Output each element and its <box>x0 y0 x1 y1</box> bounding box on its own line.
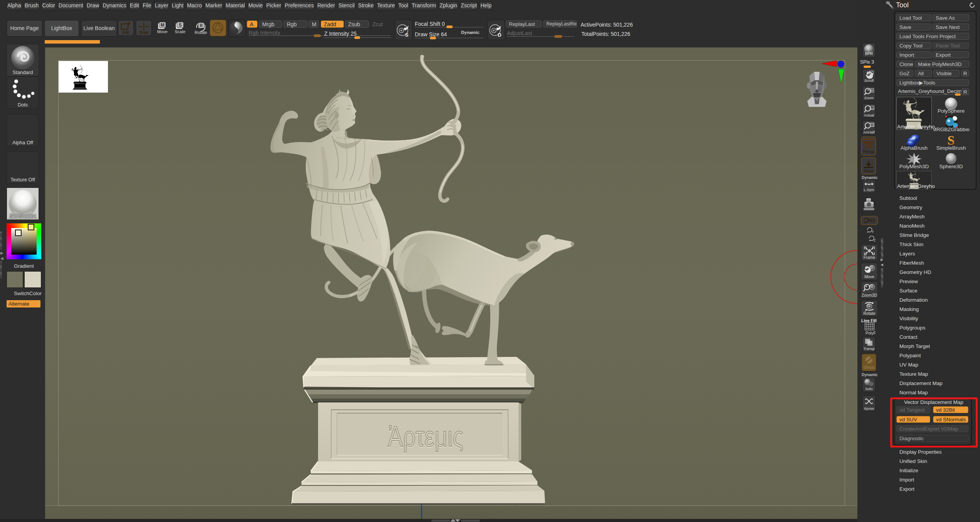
svg-text:Scroll: Scroll <box>864 78 874 83</box>
svg-text:Transp: Transp <box>863 346 874 351</box>
svg-text:Frame: Frame <box>864 255 875 260</box>
svg-text:Move: Move <box>864 274 874 279</box>
svg-text:Floor: Floor <box>864 169 873 173</box>
svg-text:Edit: Edit <box>122 30 129 35</box>
svg-text:Scale: Scale <box>175 29 185 34</box>
svg-text:Rotate: Rotate <box>864 311 876 316</box>
svg-text:MRGBZGrabber: MRGBZGrabber <box>933 127 969 132</box>
svg-text:Rotate: Rotate <box>195 30 207 35</box>
svg-text:M: M <box>161 22 165 28</box>
svg-text:L.Sym: L.Sym <box>864 188 874 192</box>
svg-text:Zoom3D: Zoom3D <box>862 293 877 297</box>
svg-text:PolyMesh3D: PolyMesh3D <box>899 164 929 169</box>
svg-text:Draw: Draw <box>139 30 148 35</box>
svg-text:Zoom: Zoom <box>864 96 874 100</box>
svg-text:Ghost: Ghost <box>864 365 874 370</box>
svg-text:Solo: Solo <box>865 387 872 391</box>
svg-text:Actual: Actual <box>864 113 874 117</box>
svg-text:x1: x1 <box>871 107 874 110</box>
svg-text:Sphere3D: Sphere3D <box>940 164 963 169</box>
svg-text:Z: Z <box>874 238 876 242</box>
svg-text:SimpleBrush: SimpleBrush <box>936 145 966 151</box>
svg-text:Move: Move <box>157 29 168 34</box>
svg-text:S: S <box>405 32 409 38</box>
svg-text:D: D <box>498 32 501 38</box>
svg-text:Persp: Persp <box>863 149 874 154</box>
svg-text:R: R <box>200 23 203 28</box>
svg-text:BPR: BPR <box>865 52 873 56</box>
svg-text:Xpose: Xpose <box>864 406 874 411</box>
svg-text:PolySphere: PolySphere <box>938 108 965 114</box>
svg-text:Y: Y <box>872 230 874 234</box>
svg-text:Dynamic: Dynamic <box>862 137 874 141</box>
svg-text:S: S <box>178 22 182 28</box>
svg-text:AlphaBrush: AlphaBrush <box>901 145 928 151</box>
svg-text:AAHalf: AAHalf <box>863 130 875 134</box>
svg-text:XYZ: XYZ <box>867 218 876 223</box>
